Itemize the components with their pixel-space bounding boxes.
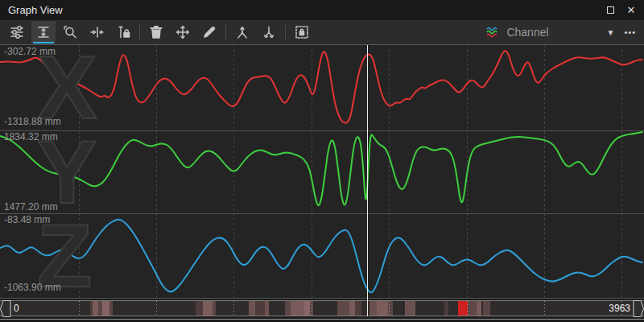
timeline-band — [265, 301, 269, 316]
marquee-lock-icon — [294, 24, 310, 40]
timeline-band — [477, 301, 481, 316]
timeline-tick — [389, 301, 390, 316]
timeline-band — [369, 301, 377, 316]
timeline-band — [255, 301, 265, 316]
z-max-label: -83.48 mm — [4, 214, 50, 225]
window-title: Graph View — [8, 4, 63, 16]
timeline-band — [203, 301, 213, 316]
merge-icon — [234, 24, 250, 40]
timeline-band — [213, 301, 216, 316]
timeline-band — [291, 301, 304, 316]
toolbar-separator — [139, 25, 140, 39]
timeline-band — [468, 301, 477, 316]
move-keys-button[interactable] — [171, 21, 195, 43]
maximize-icon — [607, 6, 614, 14]
timeline-band — [483, 301, 490, 316]
timeline-band — [337, 301, 349, 316]
split-icon — [261, 24, 277, 40]
pencil-icon — [201, 24, 217, 40]
merge-channels-button[interactable] — [230, 21, 254, 43]
titlebar[interactable]: Graph View ✕ — [0, 0, 644, 20]
z-min-label: -1063.90 mm — [4, 282, 61, 293]
split-channels-button[interactable] — [257, 21, 281, 43]
toolbar-separator — [285, 25, 286, 39]
sliders-icon — [9, 24, 25, 40]
draw-keys-button[interactable] — [197, 21, 221, 43]
timeline-end-frame: 3963 — [609, 303, 630, 314]
timeline-band — [196, 301, 203, 316]
delete-keys-button[interactable] — [144, 21, 168, 43]
timeline-tick — [79, 301, 80, 316]
trash-icon — [148, 24, 164, 40]
y-min-label: 1477.20 mm — [4, 201, 58, 213]
window-controls: ✕ — [602, 0, 639, 20]
marquee-select-lock-button[interactable] — [290, 21, 314, 43]
timeline-band — [355, 301, 361, 316]
lock-cursor-button[interactable] — [111, 21, 135, 43]
close-button[interactable]: ✕ — [623, 2, 639, 19]
timeline-band — [444, 301, 448, 316]
more-options-button[interactable]: ••• — [622, 24, 638, 40]
x-max-label: -302.72 mm — [4, 46, 56, 57]
graph-view-window: Graph View ✕ — [0, 0, 644, 322]
timeline-band — [249, 301, 255, 316]
window-bottom-edge — [0, 319, 644, 320]
timeline-start-frame: 0 — [14, 303, 19, 314]
timeline-tick — [233, 301, 234, 316]
timeline-band — [102, 301, 109, 316]
toolbar-right: Channel ▼ ••• — [485, 20, 638, 44]
plot-canvas[interactable]: X Y Z -302.72 mm -1318.88 mm 1834.32 mm … — [0, 44, 644, 299]
timeline-tick — [544, 301, 545, 316]
maximize-button[interactable] — [602, 2, 618, 19]
channel-waves-icon — [485, 26, 500, 39]
channel-label: Channel — [506, 26, 548, 39]
timeline-band — [349, 301, 355, 316]
track-settings-button[interactable] — [5, 21, 29, 43]
timeline-band — [377, 301, 388, 316]
ellipsis-icon: ••• — [624, 27, 636, 37]
timeline-band — [285, 301, 291, 316]
timeline-band — [304, 301, 310, 316]
timeline-right-cap[interactable] — [633, 300, 644, 317]
close-icon: ✕ — [627, 4, 636, 16]
channel-dropdown[interactable]: Channel ▼ — [485, 23, 614, 42]
timeline-left-cap[interactable] — [0, 300, 11, 317]
playhead-cursor[interactable] — [367, 45, 369, 316]
y-max-label: 1834.32 mm — [4, 131, 58, 142]
timeline-tick — [156, 301, 157, 316]
timeline-tick — [312, 301, 312, 316]
timeline-band — [109, 301, 113, 316]
timeline-band — [93, 301, 98, 316]
move-icon — [175, 24, 191, 40]
timeline-scrubber[interactable]: 0 3963 — [0, 300, 644, 316]
timeline-band — [405, 301, 415, 316]
toolbar-separator — [225, 25, 226, 39]
cursor-lock-icon — [115, 24, 131, 40]
timeline-tick — [467, 301, 468, 316]
chevron-down-icon: ▼ — [607, 28, 615, 37]
x-min-label: -1318.88 mm — [4, 116, 61, 127]
